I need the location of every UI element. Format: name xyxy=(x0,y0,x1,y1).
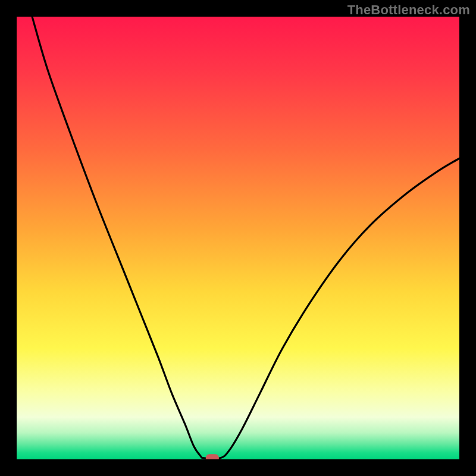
optimal-point-marker xyxy=(206,454,219,459)
watermark-text: TheBottleneck.com xyxy=(347,2,470,18)
chart-svg xyxy=(17,17,459,459)
chart-frame: TheBottleneck.com xyxy=(0,0,476,476)
gradient-background xyxy=(17,17,459,459)
plot-area xyxy=(17,17,459,459)
